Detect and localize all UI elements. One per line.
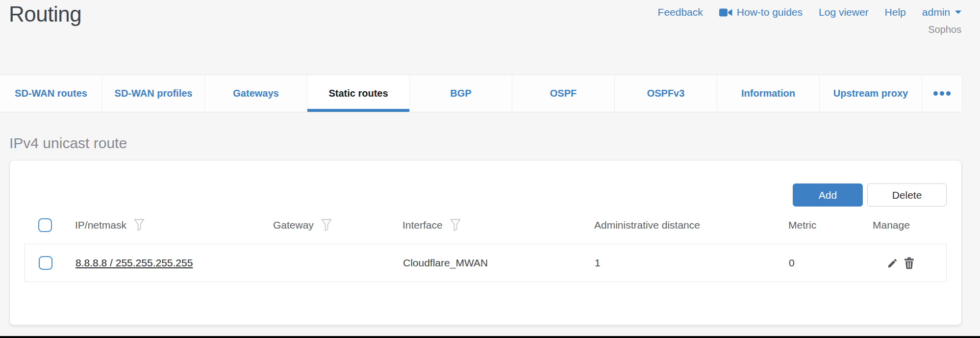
table-toolbar: Add Delete [25, 160, 947, 207]
static-routes-card: Add Delete IP/netmask Gateway Interface … [9, 160, 962, 325]
caret-down-icon [955, 10, 962, 15]
row-select-cell [25, 256, 62, 270]
nav-howto-guides-label: How-to guides [737, 6, 803, 18]
nav-feedback[interactable]: Feedback [658, 6, 703, 18]
org-label: Sophos [928, 24, 961, 35]
column-header-gateway: Gateway [259, 219, 389, 232]
cell-manage [859, 257, 946, 269]
cell-interface: Cloudflare_MWAN [389, 257, 581, 269]
trash-icon [904, 257, 914, 269]
column-header-interface: Interface [389, 219, 580, 232]
nav-howto-guides[interactable]: How-to guides [719, 6, 803, 18]
nav-log-viewer[interactable]: Log viewer [819, 6, 869, 18]
column-header-manage: Manage [859, 219, 947, 231]
tab-gateways[interactable]: Gateways [205, 75, 307, 112]
column-header-administrative-distance: Administrative distance [580, 219, 775, 231]
nav-help[interactable]: Help [885, 6, 906, 18]
delete-button[interactable]: Delete [867, 183, 947, 207]
add-button[interactable]: Add [793, 183, 863, 207]
select-all-checkbox[interactable] [38, 218, 52, 232]
admin-menu-label: admin [922, 6, 950, 18]
nav-help-label: Help [885, 6, 906, 18]
tab-ospfv3[interactable]: OSPFv3 [615, 75, 717, 112]
bottom-edge [0, 336, 980, 338]
trash-button[interactable] [904, 257, 914, 269]
tab-bar: SD-WAN routes SD-WAN profiles Gateways S… [0, 75, 962, 112]
admin-menu[interactable]: admin [922, 6, 962, 18]
pencil-icon [887, 258, 898, 269]
column-header-ip-netmask: IP/netmask [61, 219, 259, 232]
tab-bgp[interactable]: BGP [410, 75, 512, 112]
cell-gateway [260, 263, 389, 263]
edit-button[interactable] [887, 258, 898, 269]
tab-sd-wan-profiles[interactable]: SD-WAN profiles [102, 75, 205, 112]
page-title: Routing [9, 2, 81, 26]
video-camera-icon [719, 8, 732, 17]
nav-feedback-label: Feedback [658, 6, 703, 18]
cell-metric: 0 [775, 257, 859, 269]
top-nav: Feedback How-to guides Log viewer Help a… [658, 6, 962, 18]
cell-ip-netmask: 8.8.8.8 / 255.255.255.255 [62, 257, 260, 269]
section-title: IPv4 unicast route [9, 135, 980, 151]
nav-log-viewer-label: Log viewer [819, 6, 869, 18]
tab-information[interactable]: Information [717, 75, 820, 112]
tab-upstream-proxy[interactable]: Upstream proxy [820, 75, 922, 112]
cell-administrative-distance: 1 [581, 257, 775, 269]
table-row: 8.8.8.8 / 255.255.255.255 Cloudflare_MWA… [25, 244, 947, 282]
route-ip-link[interactable]: 8.8.8.8 / 255.255.255.255 [75, 257, 193, 269]
filter-icon[interactable] [450, 219, 461, 232]
tab-overflow-menu[interactable] [922, 75, 962, 112]
page-header: Routing Feedback How-to guides Log viewe… [0, 0, 980, 75]
ellipsis-icon [933, 91, 938, 96]
tab-sd-wan-routes[interactable]: SD-WAN routes [0, 75, 102, 112]
tab-ospf[interactable]: OSPF [512, 75, 615, 112]
row-checkbox[interactable] [39, 256, 52, 270]
table-header: IP/netmask Gateway Interface Administrat… [25, 207, 947, 244]
tab-static-routes[interactable]: Static routes [307, 75, 410, 112]
column-header-metric: Metric [775, 219, 859, 231]
header-select-cell [25, 218, 61, 232]
filter-icon[interactable] [134, 219, 145, 232]
filter-icon[interactable] [321, 219, 332, 232]
